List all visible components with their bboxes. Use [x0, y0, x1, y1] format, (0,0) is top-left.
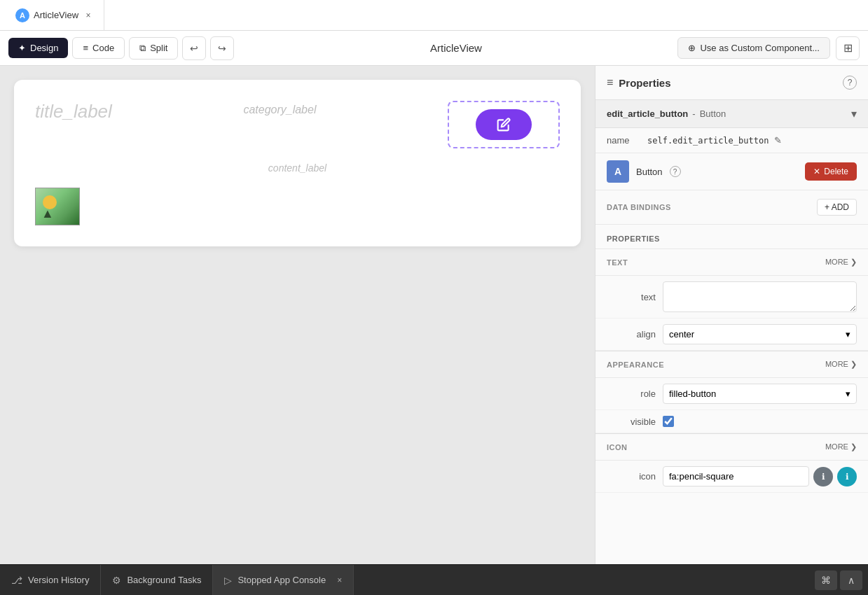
code-label: Code: [92, 43, 114, 53]
appearance-section: APPEARANCE MORE ❯ role filled-button ▾ v…: [595, 351, 868, 433]
custom-component-button[interactable]: ⊕ Use as Custom Component...: [677, 37, 830, 59]
toolbar-center: ArticleView: [238, 42, 673, 54]
article-view-tab[interactable]: A ArticleView ×: [6, 0, 104, 30]
icon-prop-input[interactable]: [663, 466, 809, 486]
icon-browse-button[interactable]: ℹ: [837, 467, 857, 486]
appearance-section-header: APPEARANCE MORE ❯: [595, 351, 868, 378]
title-label: title_label: [35, 101, 112, 122]
align-prop-label: align: [607, 329, 656, 340]
tab-close-button[interactable]: ×: [83, 10, 94, 21]
properties-panel: ≡ Properties ? edit_article_button - But…: [595, 66, 868, 564]
status-bar: ⎇ Version History ⚙ Background Tasks ▷ S…: [0, 564, 868, 595]
appearance-section-title: APPEARANCE: [607, 360, 664, 369]
pencil-icon: [497, 118, 511, 132]
canvas-middle: category_label: [243, 101, 316, 116]
add-binding-label: + ADD: [825, 202, 849, 212]
collapse-button[interactable]: ∧: [840, 570, 862, 590]
page-title: ArticleView: [430, 42, 482, 54]
toolbar: ✦ Design ≡ Code ⧉ Split ↩ ↪ ArticleView …: [0, 31, 868, 66]
data-bindings-title: DATA BINDINGS: [607, 203, 671, 211]
panel-title: ≡ Properties: [607, 76, 671, 89]
icon-more-button[interactable]: MORE ❯: [825, 442, 857, 451]
stopped-app-console-tab[interactable]: ▷ Stopped App Console ×: [213, 565, 354, 595]
canvas-left: title_label: [35, 101, 112, 122]
visible-prop-checkbox[interactable]: [663, 416, 674, 427]
custom-component-label: Use as Custom Component...: [700, 43, 820, 53]
design-icon: ✦: [18, 43, 26, 53]
icon-prop-label: icon: [607, 471, 656, 482]
toolbar-right: ⊕ Use as Custom Component... ⊞: [677, 36, 860, 60]
status-bar-right: ⌘ ∧: [809, 565, 868, 595]
split-label: Split: [150, 43, 167, 53]
name-value: self.edit_article_button: [647, 136, 769, 146]
align-prop-select[interactable]: center ▾: [663, 324, 857, 344]
icon-info-button[interactable]: ℹ: [813, 467, 833, 486]
main-area: title_label category_label content_label: [0, 66, 868, 564]
properties-section-label: PROPERTIES: [607, 234, 660, 243]
delete-button[interactable]: ✕ Delete: [805, 162, 857, 181]
role-dropdown-arrow: ▾: [846, 388, 850, 399]
help-button[interactable]: ?: [843, 76, 857, 90]
tab-title: ArticleView: [34, 10, 78, 20]
background-tasks-label: Background Tasks: [127, 575, 201, 585]
delete-label: Delete: [824, 167, 848, 176]
code-button[interactable]: ≡ Code: [72, 37, 125, 59]
code-icon: ≡: [83, 43, 88, 53]
button-type-row: A Button ? ✕ Delete: [595, 153, 868, 190]
text-section-title: TEXT: [607, 258, 628, 267]
chevron-up-icon: ∧: [848, 575, 855, 586]
text-section-header: TEXT MORE ❯: [595, 249, 868, 276]
text-prop-input[interactable]: [663, 281, 857, 312]
icon-input-row: ℹ ℹ: [663, 466, 857, 486]
icon-more-label: MORE ❯: [825, 442, 857, 451]
image-placeholder: [35, 188, 80, 225]
text-more-button[interactable]: MORE ❯: [825, 258, 857, 267]
text-more-label: MORE ❯: [825, 258, 857, 267]
icon-property-row: icon ℹ ℹ: [595, 461, 868, 493]
undo-button[interactable]: ↩: [182, 36, 206, 60]
icon-section: ICON MORE ❯ icon ℹ ℹ: [595, 433, 868, 493]
role-prop-value: filled-button: [669, 388, 716, 399]
visible-property-row: visible: [595, 410, 868, 433]
edit-button-container: [448, 101, 560, 148]
edit-article-button[interactable]: [476, 109, 532, 140]
role-property-row: role filled-button ▾: [595, 378, 868, 410]
canvas-top-row: title_label category_label: [35, 101, 560, 148]
properties-icon: ≡: [607, 76, 613, 89]
version-history-tab[interactable]: ⎇ Version History: [0, 565, 101, 595]
appearance-more-button[interactable]: MORE ❯: [825, 360, 857, 369]
type-label: Button: [636, 167, 663, 177]
component-dropdown-arrow[interactable]: ▾: [851, 107, 857, 120]
redo-button[interactable]: ↪: [210, 36, 234, 60]
background-tasks-tab[interactable]: ⚙ Background Tasks: [101, 565, 213, 595]
appearance-more-label: MORE ❯: [825, 360, 857, 369]
design-label: Design: [30, 43, 58, 53]
split-button[interactable]: ⧉ Split: [129, 37, 178, 59]
split-icon: ⧉: [139, 43, 146, 54]
icon-section-title: ICON: [607, 443, 628, 451]
role-prop-label: role: [607, 388, 656, 399]
delete-icon: ✕: [813, 167, 820, 176]
data-bindings-section: DATA BINDINGS + ADD: [595, 190, 868, 225]
align-prop-value: center: [669, 329, 694, 340]
align-property-row: align center ▾: [595, 318, 868, 351]
console-close-button[interactable]: ×: [337, 575, 342, 585]
layout-toggle-button[interactable]: ⊞: [836, 36, 860, 60]
component-selector[interactable]: edit_article_button - Button ▾: [595, 100, 868, 128]
edit-name-icon[interactable]: ✎: [774, 135, 782, 146]
design-button[interactable]: ✦ Design: [8, 38, 68, 58]
role-prop-select[interactable]: filled-button ▾: [663, 384, 857, 404]
add-binding-button[interactable]: + ADD: [817, 199, 857, 216]
layout-icon: ⊞: [843, 41, 853, 55]
properties-section-title: PROPERTIES: [595, 225, 868, 249]
background-tasks-icon: ⚙: [112, 575, 121, 586]
stopped-app-console-label: Stopped App Console: [237, 575, 326, 585]
text-prop-label: text: [607, 292, 656, 302]
component-type-separator: -: [692, 108, 695, 119]
name-label: name: [607, 135, 642, 146]
terminal-button[interactable]: ⌘: [815, 570, 837, 590]
tab-app-icon: A: [15, 8, 29, 22]
version-history-icon: ⎇: [11, 575, 22, 586]
align-dropdown-arrow: ▾: [846, 329, 850, 340]
type-help-button[interactable]: ?: [670, 166, 681, 177]
